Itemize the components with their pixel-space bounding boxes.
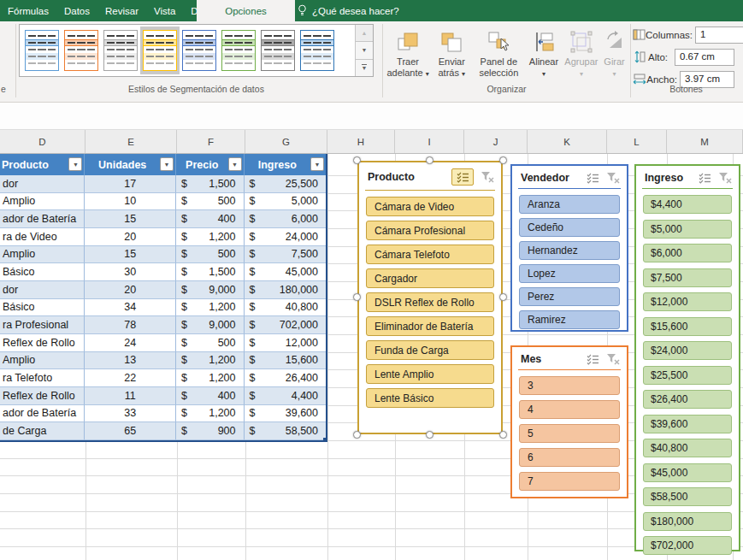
multi-select-button[interactable] (451, 168, 474, 186)
column-header[interactable]: M (667, 130, 743, 153)
slicer-item[interactable]: $180,000 (643, 512, 732, 531)
slicer-mes[interactable]: Mes 3 4 (510, 345, 628, 498)
column-header[interactable]: L (607, 130, 667, 153)
selection-handle[interactable] (426, 156, 433, 164)
slicer-style-option[interactable] (298, 27, 337, 74)
cell-precio[interactable]: $ 500 (176, 193, 245, 211)
cell-unidades[interactable]: 10 (85, 193, 175, 211)
slicer-item[interactable]: 3 (519, 376, 620, 395)
filter-dropdown-button[interactable]: ▼ (160, 157, 174, 171)
table-resize-handle[interactable] (323, 438, 327, 442)
slicer-style-option[interactable] (140, 27, 180, 74)
slicer-item[interactable]: Cargador (366, 268, 494, 288)
slicer-item[interactable]: Funda de Carga (366, 340, 494, 360)
slicer-item[interactable]: 5 (519, 424, 620, 443)
cell-producto[interactable]: ador de Batería (0, 405, 85, 423)
slicer-item[interactable]: $40,800 (643, 439, 732, 457)
slicer-item[interactable]: Hernandez (519, 241, 620, 260)
cell-precio[interactable]: $ 400 (176, 210, 245, 228)
slicer-item[interactable]: Cámara de Video (366, 197, 494, 216)
align-button[interactable]: Alinear▾ (525, 24, 562, 92)
cell-producto[interactable]: Básico (0, 263, 85, 281)
slicer-item[interactable]: $7,500 (643, 268, 732, 287)
slicer-style-option[interactable] (22, 27, 62, 74)
selection-handle[interactable] (353, 293, 361, 301)
multi-select-icon[interactable] (699, 173, 711, 184)
header-producto[interactable]: Producto ▼ (0, 154, 85, 175)
selection-handle[interactable] (499, 293, 507, 301)
slicer-item[interactable]: $12,000 (643, 292, 732, 311)
cell-ingreso[interactable]: $ 5,000 (245, 193, 326, 211)
cell-producto[interactable]: Reflex de Rollo (0, 334, 85, 352)
slicer-item[interactable]: $24,000 (643, 341, 732, 360)
slicer-item[interactable]: Perez (519, 287, 620, 306)
slicer-ingreso[interactable]: Ingreso $4,400 (634, 164, 740, 551)
slicer-item[interactable]: Eliminador de Batería (366, 316, 494, 336)
cell-ingreso[interactable]: $ 702,000 (245, 316, 326, 334)
gallery-more-button[interactable]: ▼ (356, 60, 373, 76)
cell-producto[interactable]: dor (0, 175, 85, 193)
column-header[interactable]: H (327, 130, 395, 153)
cell-ingreso[interactable]: $ 25,500 (245, 175, 326, 193)
cell-producto[interactable]: Amplio (0, 193, 85, 211)
cell-precio[interactable]: $ 1,200 (176, 369, 245, 387)
cell-ingreso[interactable]: $ 39,600 (245, 405, 326, 423)
column-header[interactable]: E (86, 130, 177, 153)
send-backward-button[interactable]: Enviar atrás ▾ (431, 24, 472, 92)
slicer-item[interactable]: Cámara Telefoto (366, 245, 494, 264)
slicer-item[interactable]: 6 (519, 448, 620, 467)
filter-dropdown-button[interactable]: ▼ (68, 157, 82, 171)
cell-unidades[interactable]: 20 (85, 281, 175, 299)
ribbon-tab[interactable]: Revisar (97, 0, 146, 21)
selection-pane-button[interactable]: Panel de selección (472, 24, 525, 92)
multi-select-icon[interactable] (587, 173, 599, 184)
slicer-item[interactable]: $702,000 (643, 536, 732, 555)
column-header[interactable]: I (395, 130, 464, 153)
slicer-item[interactable]: 7 (519, 472, 620, 491)
column-header[interactable]: G (245, 130, 327, 153)
cell-producto[interactable]: de Carga (0, 422, 85, 440)
columnas-input[interactable]: 1 (695, 27, 743, 44)
slicer-item[interactable]: $26,400 (643, 390, 732, 409)
cell-precio[interactable]: $ 500 (176, 334, 245, 352)
cell-precio[interactable]: $ 500 (176, 246, 245, 264)
gallery-scroll-down-button[interactable]: ▼ (356, 42, 373, 59)
slicer-item[interactable]: Aranza (519, 195, 620, 214)
tab-opciones[interactable]: Opciones (197, 0, 295, 21)
alto-input[interactable]: 0.67 cm (675, 49, 734, 66)
clear-filter-icon[interactable] (718, 172, 732, 184)
cell-unidades[interactable]: 24 (85, 334, 175, 352)
cell-producto[interactable]: Reflex de Rollo (0, 387, 85, 405)
column-header[interactable]: K (528, 130, 607, 153)
cell-unidades[interactable]: 22 (85, 369, 175, 387)
clear-filter-icon[interactable] (606, 353, 620, 365)
cell-precio[interactable]: $ 1,200 (176, 299, 245, 317)
slicer-producto[interactable]: Producto (357, 161, 503, 434)
cell-precio[interactable]: $ 1,200 (176, 405, 245, 423)
slicer-item[interactable]: $39,600 (643, 415, 732, 433)
slicer-style-option[interactable] (101, 27, 140, 74)
slicer-item[interactable]: $15,600 (643, 317, 732, 336)
column-header[interactable]: F (177, 130, 245, 153)
ribbon-tab[interactable]: Fórmulas (0, 0, 56, 21)
cell-precio[interactable]: $ 900 (176, 422, 245, 440)
cell-ingreso[interactable]: $ 58,500 (245, 422, 326, 440)
cell-ingreso[interactable]: $ 6,000 (245, 210, 326, 228)
column-header[interactable]: D (0, 130, 86, 153)
cell-precio[interactable]: $ 1,500 (176, 263, 245, 281)
slicer-item[interactable]: DSLR Reflex de Rollo (366, 292, 494, 312)
slicer-item[interactable]: $5,000 (643, 220, 732, 239)
cell-unidades[interactable]: 15 (85, 210, 175, 228)
slicer-item[interactable]: Cedeño (519, 218, 620, 237)
selection-handle[interactable] (353, 156, 361, 164)
cell-precio[interactable]: $ 1,200 (176, 228, 245, 246)
header-precio[interactable]: Precio ▼ (176, 154, 245, 175)
column-header[interactable]: J (464, 130, 528, 153)
cell-producto[interactable]: ra de Video (0, 228, 85, 246)
cell-unidades[interactable]: 33 (85, 405, 175, 423)
slicer-style-option[interactable] (180, 27, 219, 74)
cell-producto[interactable]: ador de Batería (0, 210, 85, 228)
cell-ingreso[interactable]: $ 7,500 (245, 246, 326, 264)
cell-ingreso[interactable]: $ 12,000 (245, 334, 326, 352)
slicer-item[interactable]: Ramirez (519, 310, 620, 329)
